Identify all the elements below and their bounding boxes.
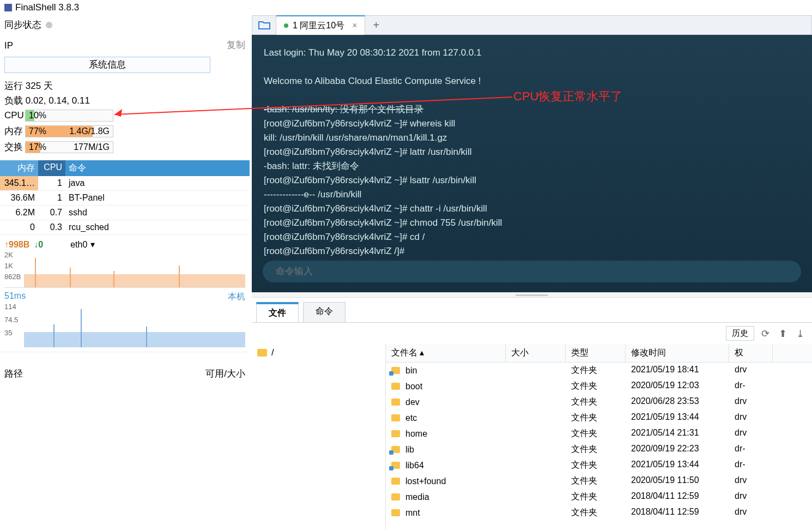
file-list-header[interactable]: 文件名 ▴ 大小 类型 修改时间 权 <box>386 344 812 363</box>
file-toolbar: 历史 ⟳ ⬆ ⤓ <box>252 323 812 344</box>
upload-icon[interactable]: ⬆ <box>776 327 789 340</box>
swap-label: 交换 <box>4 141 24 153</box>
terminal-line: [root@iZuf6bm7y86rsciyk4lvriZ ~]# cd / <box>264 230 800 244</box>
tree-root-label: / <box>271 347 274 358</box>
file-row[interactable]: dev文件夹2020/06/28 23:53drv <box>386 394 812 410</box>
swap-pct: 17% <box>29 142 46 152</box>
system-info-button[interactable]: 系统信息 <box>4 57 210 73</box>
copy-button[interactable]: 复制 <box>227 39 245 51</box>
chevron-down-icon: ▾ <box>90 239 95 250</box>
terminal-line: [root@iZuf6bm7y86rsciyk4lvriZ ~]# lattr … <box>264 145 800 159</box>
file-row[interactable]: boot文件夹2020/05/19 12:03dr- <box>386 378 812 394</box>
col-cpu[interactable]: CPU <box>38 160 65 176</box>
folder-icon <box>391 414 400 421</box>
latency-host[interactable]: 本机 <box>228 291 245 303</box>
folder-icon <box>391 430 400 437</box>
history-button[interactable]: 历史 <box>726 326 754 341</box>
command-input[interactable] <box>263 261 801 282</box>
tab-bar: 1 阿里云10号 × + <box>252 15 812 35</box>
file-date: 2018/04/11 12:59 <box>626 490 729 504</box>
file-row[interactable]: mnt文件夹2018/04/11 12:59drv <box>386 505 812 521</box>
proc-cmd: rcu_sched <box>65 220 250 234</box>
cpu-bar: 10% <box>25 110 113 122</box>
proc-cpu: 0.3 <box>38 220 65 234</box>
terminal-line: [root@iZuf6bm7y86rsciyk4lvriZ ~]# chattr… <box>264 202 800 216</box>
col-filename[interactable]: 文件名 ▴ <box>386 344 506 362</box>
app-icon <box>4 4 12 11</box>
file-row[interactable]: bin文件夹2021/05/19 18:41drv <box>386 363 812 378</box>
proc-cpu: 1 <box>38 191 65 205</box>
file-perm: drv <box>729 427 773 441</box>
terminal[interactable]: Last login: Thu May 20 08:30:12 2021 fro… <box>252 35 812 292</box>
file-row[interactable]: etc文件夹2021/05/19 13:44drv <box>386 410 812 426</box>
proc-mem: 6.2M <box>0 206 38 220</box>
file-type: 文件夹 <box>566 474 626 488</box>
file-row[interactable]: lost+found文件夹2020/05/19 11:50drv <box>386 473 812 489</box>
file-type: 文件夹 <box>566 411 626 425</box>
terminal-line: [root@iZuf6bm7y86rsciyk4lvriZ ~]# chmod … <box>264 216 800 230</box>
col-type[interactable]: 类型 <box>566 344 626 362</box>
process-header[interactable]: 内存 CPU 命令 <box>0 160 250 176</box>
terminal-line: [root@iZuf6bm7y86rsciyk4lvriZ /]# <box>264 244 800 258</box>
process-row[interactable]: 345.1…1java <box>0 176 250 191</box>
tab-commands[interactable]: 命令 <box>303 302 346 322</box>
file-date: 2021/05/19 13:44 <box>626 411 729 425</box>
process-row[interactable]: 00.3rcu_sched <box>0 220 250 235</box>
file-type: 文件夹 <box>566 427 626 441</box>
net-interface-select[interactable]: eth0 ▾ <box>70 239 95 250</box>
session-tab[interactable]: 1 阿里云10号 × <box>276 15 365 35</box>
net-download: ↓0 <box>34 240 43 250</box>
file-perm: dr- <box>729 443 773 456</box>
col-size[interactable]: 大小 <box>506 344 566 362</box>
proc-cpu: 1 <box>38 176 65 190</box>
file-row[interactable]: home文件夹2021/05/14 21:31drv <box>386 426 812 442</box>
file-date: 2021/05/19 18:41 <box>626 364 729 377</box>
file-row[interactable]: lib文件夹2020/09/19 22:23dr- <box>386 442 812 457</box>
tab-files[interactable]: 文件 <box>256 302 299 322</box>
ip-value: IP <box>4 39 87 51</box>
file-date: 2020/05/19 12:03 <box>626 379 729 393</box>
split-drag-handle[interactable] <box>252 292 812 298</box>
file-size <box>506 490 566 504</box>
file-date: 2020/05/19 11:50 <box>626 474 729 488</box>
file-row[interactable]: lib64文件夹2021/05/19 13:44dr- <box>386 457 812 473</box>
col-date[interactable]: 修改时间 <box>626 344 729 362</box>
path-label: 路径 <box>4 367 23 380</box>
terminal-line: Welcome to Alibaba Cloud Elastic Compute… <box>264 74 800 88</box>
download-icon[interactable]: ⤓ <box>793 327 807 340</box>
cpu-pct: 10% <box>29 111 46 120</box>
folder-icon <box>391 399 400 406</box>
file-perm: dr- <box>729 458 773 472</box>
refresh-icon[interactable]: ⟳ <box>759 327 772 340</box>
file-name: dev <box>405 397 420 407</box>
file-perm: drv <box>729 506 773 520</box>
terminal-line: -------------e-- /usr/bin/kill <box>264 188 800 202</box>
proc-cpu: 0.7 <box>38 206 65 220</box>
proc-cmd: BT-Panel <box>65 191 250 205</box>
col-perm[interactable]: 权 <box>729 344 773 362</box>
file-perm: drv <box>729 395 773 409</box>
latency-sparkline: 114 74.5 35 <box>4 303 245 347</box>
tree-root[interactable]: / <box>257 347 380 358</box>
sync-status: 同步状态 <box>0 15 250 37</box>
new-tab-button[interactable]: + <box>365 19 387 32</box>
sort-asc-icon: ▴ <box>420 348 424 357</box>
file-date: 2020/09/19 22:23 <box>626 443 729 456</box>
app-title-text: FinalShell 3.8.3 <box>15 2 79 13</box>
path-section: 路径 可用/大小 <box>0 352 250 382</box>
terminal-line: [root@iZuf6bm7y86rsciyk4lvriZ ~]# lsattr… <box>264 173 800 188</box>
mem-right: 1.4G/1.8G <box>69 126 110 136</box>
file-type: 文件夹 <box>566 364 626 377</box>
col-cmd[interactable]: 命令 <box>65 160 250 176</box>
proc-mem: 345.1… <box>0 176 38 190</box>
col-mem[interactable]: 内存 <box>0 160 38 176</box>
sync-label: 同步状态 <box>4 19 41 31</box>
file-row[interactable]: media文件夹2018/04/11 12:59drv <box>386 489 812 505</box>
process-row[interactable]: 6.2M0.7sshd <box>0 206 250 220</box>
file-type: 文件夹 <box>566 458 626 472</box>
process-row[interactable]: 36.6M1BT-Panel <box>0 191 250 206</box>
folder-tree[interactable]: / <box>252 344 386 529</box>
open-folder-icon[interactable] <box>252 15 276 35</box>
close-tab-icon[interactable]: × <box>352 21 357 31</box>
annotation-text: CPU恢复正常水平了 <box>513 88 622 105</box>
